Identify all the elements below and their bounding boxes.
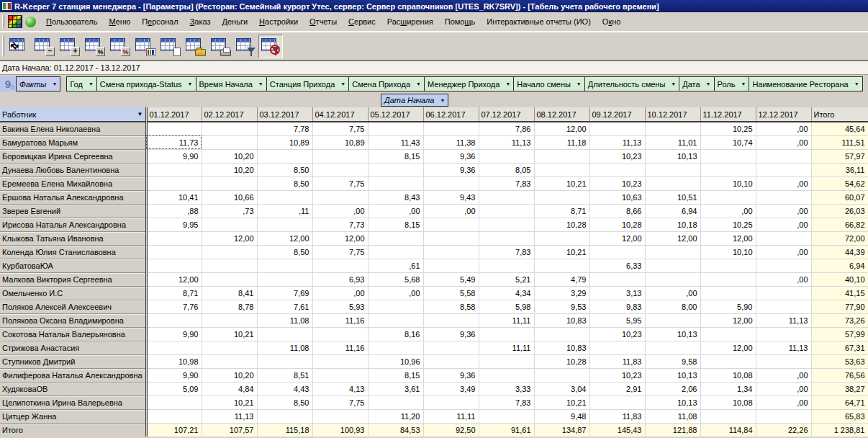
dimension-chip-1[interactable]: Смена прихода-Status▼ [97,76,196,91]
value-cell[interactable] [202,272,257,286]
chart-button[interactable] [132,35,157,58]
value-cell[interactable] [589,341,645,354]
value-cell[interactable] [312,149,368,163]
value-cell[interactable]: ,00 [423,204,479,218]
value-cell[interactable] [700,409,756,423]
value-cell[interactable] [645,341,700,354]
value-cell[interactable]: 8,50 [257,245,312,259]
value-cell[interactable]: 10,28 [534,354,589,368]
value-cell[interactable] [700,354,756,368]
value-cell[interactable]: 10,21 [202,395,257,409]
value-cell[interactable]: ,00 [756,135,811,149]
menu-item-7[interactable]: Сервис [343,15,381,28]
filter-button[interactable] [233,35,258,58]
dimension-chip-6[interactable]: Начало смены▼ [514,76,584,91]
value-cell[interactable]: 8,41 [202,286,257,300]
value-cell[interactable]: 10,13 [645,395,700,409]
row-total-cell[interactable]: 60,07 [811,190,868,204]
value-cell[interactable] [756,259,811,272]
value-cell[interactable]: 8,15 [368,218,423,231]
value-cell[interactable]: 10,23 [589,176,645,190]
value-cell[interactable]: 10,25 [700,218,756,231]
value-cell[interactable]: 7,75 [312,245,368,259]
chevron-down-icon[interactable]: ▼ [671,81,676,86]
value-cell[interactable]: 5,58 [423,286,479,300]
column-total-cell[interactable]: 134,87 [534,423,589,437]
clear-report-button[interactable] [158,35,182,58]
value-cell[interactable]: 11,08 [645,409,700,423]
value-cell[interactable]: 10,13 [645,149,700,163]
value-cell[interactable] [423,218,479,231]
value-cell[interactable] [534,368,589,382]
value-cell[interactable] [368,122,423,135]
value-cell[interactable] [146,313,202,327]
value-cell[interactable] [479,409,534,423]
value-cell[interactable]: 10,98 [146,354,202,368]
employee-name-cell[interactable]: Цитцер Жанна [0,409,146,423]
value-cell[interactable]: 10,89 [312,135,368,149]
value-cell[interactable]: 7,75 [312,122,368,135]
value-cell[interactable] [146,231,202,245]
value-cell[interactable]: ,88 [146,204,202,218]
value-cell[interactable] [756,354,811,368]
value-cell[interactable] [368,313,423,327]
value-cell[interactable]: 7,75 [312,176,368,190]
value-cell[interactable] [146,163,202,176]
employee-name-cell[interactable]: Боровицкая Ирина Сергеевна [0,149,146,163]
value-cell[interactable] [479,218,534,231]
row-total-cell[interactable]: 72,00 [811,231,868,245]
menubar-gripper[interactable] [2,15,4,28]
value-cell[interactable] [589,163,645,176]
value-cell[interactable]: 5,98 [479,300,534,313]
value-cell[interactable] [257,218,312,231]
employee-name-cell[interactable]: Дунаева Любовь Валентиновна [0,163,146,176]
row-total-cell[interactable]: 36,11 [811,163,868,176]
value-cell[interactable]: 8,66 [589,204,645,218]
column-total-cell[interactable]: 22,26 [756,423,811,437]
row-total-cell[interactable]: 44,39 [811,245,868,259]
value-cell[interactable]: 10,20 [202,149,257,163]
employee-name-cell[interactable]: Поляков Алексей Алексеевич [0,300,146,313]
column-field-chip[interactable]: Дата Начала ▼ [381,94,448,107]
chevron-down-icon[interactable]: ▼ [577,81,582,86]
value-cell[interactable]: 9,36 [423,368,479,382]
value-cell[interactable]: 10,96 [368,354,423,368]
value-cell[interactable] [534,259,589,272]
value-cell[interactable] [146,409,202,423]
value-cell[interactable]: 8,00 [645,300,700,313]
menu-item-5[interactable]: Настройки [253,15,304,28]
value-cell[interactable]: 11,13 [202,409,257,423]
value-cell[interactable] [700,190,756,204]
value-cell[interactable] [368,163,423,176]
value-cell[interactable]: 10,28 [589,218,645,231]
value-cell[interactable]: 6,94 [645,204,700,218]
value-cell[interactable]: 10,41 [146,190,202,204]
employee-name-cell[interactable]: Коленда Юлия Станиславовна [0,245,146,259]
employee-name-cell[interactable]: Стрижова Анастасия [0,341,146,354]
value-cell[interactable]: 10,21 [534,245,589,259]
value-cell[interactable]: ,61 [368,259,423,272]
menu-item-6[interactable]: Отчеты [304,15,343,28]
value-cell[interactable] [756,163,811,176]
value-cell[interactable]: 7,78 [257,122,312,135]
value-cell[interactable]: 5,49 [423,272,479,286]
value-cell[interactable]: 7,69 [257,286,312,300]
value-cell[interactable] [700,259,756,272]
disable-filter-button[interactable] [258,35,283,58]
value-cell[interactable] [645,313,700,327]
value-cell[interactable]: 2,06 [645,382,700,395]
value-cell[interactable] [202,354,257,368]
menu-item-4[interactable]: Деньги [217,15,254,28]
row-total-cell[interactable]: 65,83 [811,409,868,423]
value-cell[interactable]: 12,00 [700,341,756,354]
row-total-cell[interactable]: 57,99 [811,327,868,341]
value-cell[interactable]: 4,43 [257,382,312,395]
chevron-down-icon[interactable]: ▼ [854,81,859,86]
value-cell[interactable]: 8,15 [368,149,423,163]
value-cell[interactable]: ,00 [700,204,756,218]
value-cell[interactable]: 11,08 [257,341,312,354]
transpose-button[interactable] [6,35,31,58]
value-cell[interactable] [202,245,257,259]
value-cell[interactable]: ,00 [756,395,811,409]
percent-button[interactable] [82,35,107,58]
